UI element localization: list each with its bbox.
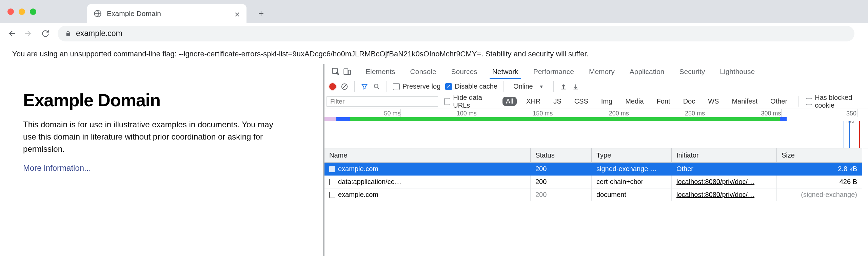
- has-blocked-cookies-checkbox[interactable]: Has blocked cookie: [806, 94, 868, 109]
- browser-tab-strip: Example Domain ✕ +: [0, 0, 868, 23]
- type-filter-doc[interactable]: Doc: [680, 97, 699, 106]
- request-name-cell[interactable]: example.com: [324, 188, 531, 201]
- network-toolbar: Preserve log ✓ Disable cache Online ▼: [324, 79, 868, 94]
- request-name-cell[interactable]: example.com: [324, 163, 531, 176]
- clear-icon[interactable]: [341, 83, 348, 90]
- type-filter-media[interactable]: Media: [622, 97, 647, 106]
- checkbox-icon: [806, 98, 812, 105]
- request-initiator-cell[interactable]: Other: [672, 163, 777, 176]
- timeline-tick: 200 ms: [609, 110, 629, 117]
- timeline-ruler[interactable]: 50 ms 100 ms 150 ms 200 ms 250 ms 300 ms…: [324, 109, 868, 117]
- disable-cache-label: Disable cache: [455, 83, 497, 90]
- preserve-log-label: Preserve log: [402, 83, 440, 90]
- panel-tab-security[interactable]: Security: [672, 64, 712, 79]
- col-header-name[interactable]: Name: [324, 148, 531, 163]
- svg-rect-2: [344, 69, 348, 74]
- more-information-link[interactable]: More information...: [23, 163, 91, 173]
- svg-point-5: [374, 84, 378, 88]
- page-paragraph: This domain is for use in illustrative e…: [23, 118, 281, 155]
- inspect-icon[interactable]: [331, 67, 340, 76]
- col-header-status[interactable]: Status: [531, 148, 592, 163]
- request-type-cell: signed-exchange …: [592, 163, 672, 176]
- devtools-tabstrip: Elements Console Sources Network Perform…: [324, 64, 868, 79]
- warning-text: You are using an unsupported command-lin…: [12, 50, 589, 58]
- network-filter-row: Hide data URLs All XHR JS CSS Img Media …: [324, 94, 868, 109]
- request-status-cell: 200: [531, 176, 592, 188]
- request-initiator-cell[interactable]: localhost:8080/priv/doc/…: [672, 176, 777, 188]
- panel-tab-application[interactable]: Application: [622, 64, 672, 79]
- network-table: Name Status Type Initiator Size example.…: [324, 148, 868, 201]
- timeline-tick: 300 ms: [761, 110, 781, 117]
- hide-data-urls-checkbox[interactable]: Hide data URLs: [444, 94, 496, 109]
- col-header-size[interactable]: Size: [777, 148, 862, 163]
- url-text: example.com: [76, 29, 122, 38]
- download-icon[interactable]: [572, 83, 579, 90]
- devtools-lead-controls: [329, 64, 358, 79]
- type-filter-js[interactable]: JS: [550, 97, 565, 106]
- window-zoom-button[interactable]: [30, 8, 36, 15]
- type-filter-img[interactable]: Img: [598, 97, 616, 106]
- col-header-initiator[interactable]: Initiator: [672, 148, 777, 163]
- separator: [387, 81, 387, 92]
- content-split: Example Domain This domain is for use in…: [0, 64, 868, 256]
- svg-rect-3: [348, 70, 351, 74]
- request-status-cell: 200: [531, 188, 592, 201]
- page-heading: Example Domain: [23, 90, 312, 110]
- page-content: Example Domain This domain is for use in…: [0, 64, 324, 256]
- throttling-value: Online: [513, 83, 533, 90]
- upload-icon[interactable]: [560, 83, 567, 90]
- type-filter-font[interactable]: Font: [653, 97, 674, 106]
- forward-button[interactable]: [24, 29, 33, 38]
- type-filter-manifest[interactable]: Manifest: [728, 97, 761, 106]
- type-filter-other[interactable]: Other: [767, 97, 791, 106]
- panel-tab-elements[interactable]: Elements: [358, 64, 403, 79]
- type-filter-ws[interactable]: WS: [705, 97, 722, 106]
- col-header-type[interactable]: Type: [592, 148, 672, 163]
- preserve-log-checkbox[interactable]: Preserve log: [393, 83, 440, 90]
- panel-tab-sources[interactable]: Sources: [444, 64, 485, 79]
- address-bar[interactable]: example.com: [58, 26, 854, 41]
- timeline-tick: 50 ms: [384, 110, 400, 117]
- timeline-overview[interactable]: [324, 117, 868, 121]
- reload-icon: [41, 29, 50, 38]
- device-toggle-icon[interactable]: [343, 67, 352, 76]
- browser-tab[interactable]: Example Domain ✕: [87, 4, 246, 23]
- panel-tab-network[interactable]: Network: [485, 64, 526, 79]
- panel-tab-console[interactable]: Console: [403, 64, 444, 79]
- timeline-details[interactable]: [324, 121, 868, 148]
- back-button[interactable]: [7, 29, 16, 38]
- panel-tab-lighthouse[interactable]: Lighthouse: [712, 64, 762, 79]
- hide-data-urls-label: Hide data URLs: [453, 94, 496, 109]
- lock-icon: [65, 31, 71, 37]
- record-button[interactable]: [329, 83, 336, 90]
- separator: [553, 81, 554, 92]
- request-initiator-cell[interactable]: localhost:8080/priv/doc/…: [672, 188, 777, 201]
- panel-tab-performance[interactable]: Performance: [526, 64, 581, 79]
- separator: [798, 96, 798, 107]
- search-icon[interactable]: [373, 83, 380, 90]
- filter-input[interactable]: [327, 96, 438, 107]
- type-filter-css[interactable]: CSS: [571, 97, 592, 106]
- throttling-select[interactable]: Online ▼: [510, 83, 547, 90]
- document-icon: [329, 166, 335, 172]
- arrow-left-icon: [7, 29, 16, 38]
- new-tab-button[interactable]: +: [253, 6, 269, 21]
- request-status-cell: 200: [531, 163, 592, 176]
- type-filter-all[interactable]: All: [502, 97, 517, 106]
- separator: [354, 81, 355, 92]
- disable-cache-checkbox[interactable]: ✓ Disable cache: [445, 83, 497, 90]
- request-name-cell[interactable]: data:application/ce…: [324, 176, 531, 188]
- request-type-cell: cert-chain+cbor: [592, 176, 672, 188]
- chevron-down-icon: ▼: [539, 84, 544, 89]
- close-icon[interactable]: ✕: [234, 11, 240, 17]
- request-type-cell: document: [592, 188, 672, 201]
- window-minimize-button[interactable]: [19, 8, 25, 15]
- reload-button[interactable]: [41, 29, 50, 38]
- type-filter-xhr[interactable]: XHR: [523, 97, 544, 106]
- has-blocked-cookies-label: Has blocked cookie: [815, 94, 868, 109]
- filter-icon[interactable]: [361, 83, 368, 90]
- globe-icon: [93, 9, 102, 18]
- panel-tab-memory[interactable]: Memory: [581, 64, 622, 79]
- window-close-button[interactable]: [7, 8, 14, 15]
- window-controls: [7, 0, 87, 23]
